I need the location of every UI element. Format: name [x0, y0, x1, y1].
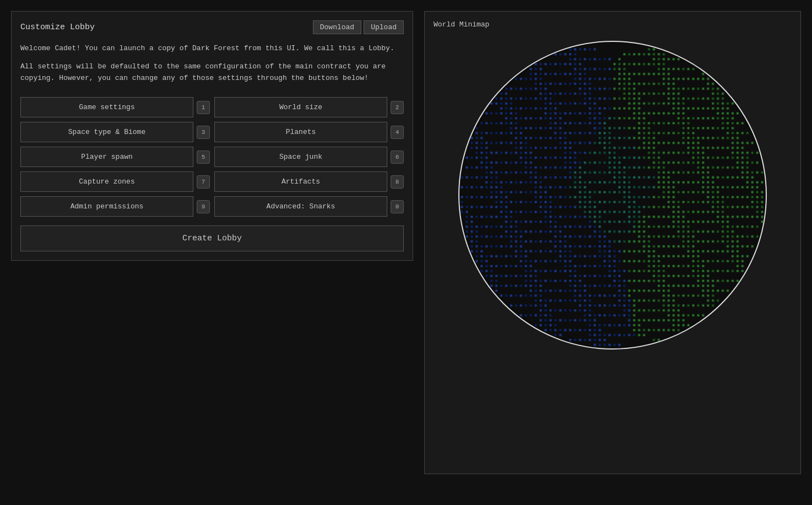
- settings-grid: Game settings1World size2Space type & Bi…: [20, 97, 404, 217]
- left-panel: Customize Lobby Download Upload Welcome …: [11, 11, 413, 261]
- minimap-container: [434, 35, 792, 355]
- minimap-title: World Minimap: [434, 20, 792, 29]
- setting-btn-wrapper: Planets4: [214, 122, 404, 142]
- setting-btn-capture-zones[interactable]: Capture zones: [20, 171, 193, 192]
- badge-8: 8: [391, 175, 404, 189]
- badge-2: 2: [391, 101, 404, 114]
- setting-btn-space-type---biome[interactable]: Space type & Biome: [20, 122, 193, 142]
- minimap-canvas: [459, 42, 766, 348]
- welcome-text: Welcome Cadet! You can launch a copy of …: [20, 43, 404, 84]
- upload-button[interactable]: Upload: [364, 20, 404, 34]
- setting-btn-admin-permissions[interactable]: Admin permissions: [20, 196, 193, 217]
- setting-btn-wrapper: Capture zones7: [20, 171, 210, 192]
- setting-btn-space-junk[interactable]: Space junk: [214, 147, 387, 167]
- badge-4: 4: [391, 126, 404, 139]
- create-lobby-button[interactable]: Create Lobby: [20, 225, 404, 251]
- badge-0: 0: [391, 200, 404, 213]
- badge-1: 1: [197, 101, 210, 114]
- setting-btn-wrapper: World size2: [214, 97, 404, 117]
- setting-btn-wrapper: Admin permissions9: [20, 196, 210, 217]
- download-button[interactable]: Download: [313, 20, 361, 34]
- panel-header: Customize Lobby Download Upload: [20, 20, 404, 34]
- setting-btn-wrapper: Advanced: Snarks0: [214, 196, 404, 217]
- setting-btn-wrapper: Player spawn5: [20, 147, 210, 167]
- right-panel: World Minimap: [424, 11, 801, 474]
- badge-6: 6: [391, 151, 404, 164]
- badge-5: 5: [197, 151, 210, 164]
- setting-btn-planets[interactable]: Planets: [214, 122, 387, 142]
- welcome-paragraph-1: Welcome Cadet! You can launch a copy of …: [20, 43, 404, 55]
- header-buttons: Download Upload: [313, 20, 404, 34]
- setting-btn-wrapper: Artifacts8: [214, 171, 404, 192]
- setting-btn-game-settings[interactable]: Game settings: [20, 97, 193, 117]
- badge-9: 9: [197, 200, 210, 213]
- panel-title: Customize Lobby: [20, 23, 95, 32]
- welcome-paragraph-2: All settings will be defaulted to the sa…: [20, 61, 404, 84]
- setting-btn-wrapper: Space type & Biome3: [20, 122, 210, 142]
- badge-7: 7: [197, 175, 210, 189]
- setting-btn-world-size[interactable]: World size: [214, 97, 387, 117]
- setting-btn-player-spawn[interactable]: Player spawn: [20, 147, 193, 167]
- badge-3: 3: [197, 126, 210, 139]
- setting-btn-advanced--snarks[interactable]: Advanced: Snarks: [214, 196, 387, 217]
- setting-btn-wrapper: Space junk6: [214, 147, 404, 167]
- setting-btn-wrapper: Game settings1: [20, 97, 210, 117]
- setting-btn-artifacts[interactable]: Artifacts: [214, 171, 387, 192]
- minimap-circle: [458, 41, 767, 350]
